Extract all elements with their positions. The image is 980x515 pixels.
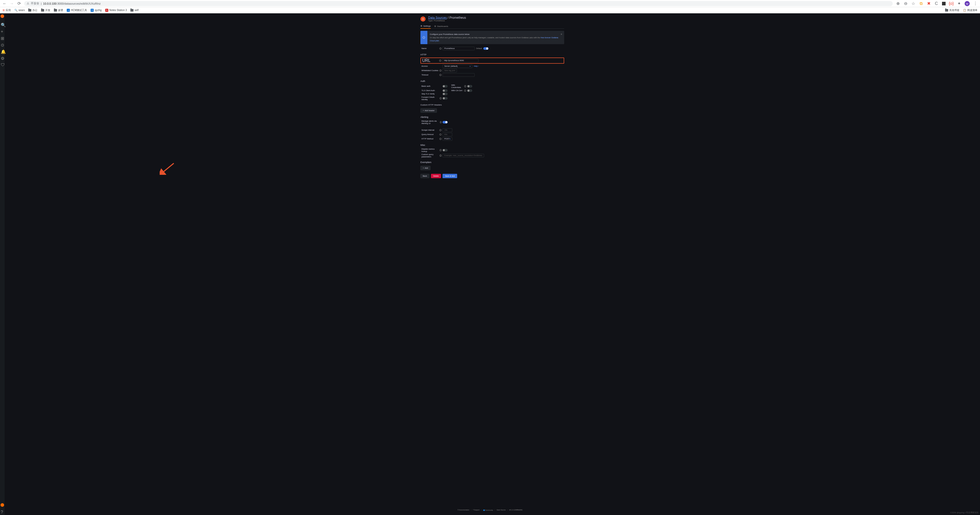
default-label: Default [476, 48, 482, 49]
alerting-icon[interactable]: 🔔 [1, 49, 4, 53]
bookmark-searx[interactable]: 🔍searx [14, 9, 25, 11]
bookmark-pentest[interactable]: 渗透 [54, 8, 63, 12]
plus-icon: + [423, 167, 424, 169]
footer-opensource[interactable]: Open Source [496, 509, 505, 511]
copy-icon[interactable]: ⧉ [919, 2, 923, 6]
back-button[interactable]: Back [420, 174, 430, 178]
manage-alerts-toggle[interactable] [442, 121, 448, 123]
add-exemplar-button[interactable]: +Add [420, 166, 430, 170]
close-icon[interactable]: × [561, 33, 562, 36]
explore-icon[interactable]: ⊙ [1, 43, 4, 46]
forward-oauth-toggle[interactable] [442, 97, 448, 100]
profile-avatar[interactable]: qy [965, 1, 970, 6]
info-icon[interactable]: i [440, 155, 441, 156]
cookies-input[interactable] [442, 69, 457, 72]
name-input[interactable] [442, 47, 475, 50]
ext-icon-3[interactable] [942, 2, 946, 5]
menu-icon[interactable]: ⋮ [973, 2, 977, 6]
ext-icon-4[interactable]: {o} [949, 2, 953, 6]
translate-icon[interactable]: ⊕ [896, 2, 900, 6]
tls-client-label: TLS Client Auth [420, 89, 442, 92]
grafana-logo-icon[interactable] [0, 14, 4, 18]
basic-auth-toggle[interactable] [442, 85, 448, 88]
user-avatar-icon[interactable] [0, 503, 4, 507]
disable-metrics-toggle[interactable] [442, 149, 448, 151]
footer-community[interactable]: 👥 Community [483, 509, 493, 511]
bookmark-qyzhg[interactable]: Gqyzhg [91, 9, 102, 12]
info-icon[interactable]: i [440, 149, 441, 151]
skip-tls-toggle[interactable] [442, 92, 448, 95]
add-header-button[interactable]: +Add header [420, 108, 437, 113]
bookmark-self[interactable]: self [130, 9, 138, 11]
custom-query-label: Custom query parametersi [420, 153, 442, 158]
info-icon[interactable]: i [439, 138, 441, 140]
info-icon[interactable]: i [440, 121, 441, 123]
info-icon[interactable]: i [439, 129, 441, 131]
url-highlight: URLi [420, 57, 564, 64]
ext-icon-2[interactable]: C [934, 2, 939, 6]
url-input[interactable] [442, 59, 479, 62]
info-icon[interactable]: i [464, 89, 466, 92]
bookmark-dev[interactable]: 开发 [41, 8, 50, 12]
reading-list[interactable]: 📋阅读清单 [963, 8, 977, 12]
tab-dashboards[interactable]: ⊞Dashboards [434, 24, 448, 29]
footer-docs[interactable]: ⎘ Documentation [458, 509, 469, 511]
info-icon[interactable]: i [439, 70, 441, 72]
timeout-label: Timeouti [420, 74, 442, 76]
info-icon[interactable]: i [465, 85, 466, 87]
custom-query-input[interactable] [442, 154, 484, 157]
manage-alerts-label: Manage alerts via Alerting UIi [420, 120, 442, 124]
config-icon[interactable]: ⚙ [1, 56, 4, 59]
timeout-input[interactable] [442, 73, 475, 77]
http-method-label: HTTP Methodi [420, 138, 442, 140]
page-subtitle: Type: Prometheus [428, 19, 466, 22]
bookmark-work[interactable]: 办公 [28, 8, 38, 12]
star-icon[interactable]: ☆ [911, 2, 915, 6]
delete-button[interactable]: Delete [431, 174, 441, 178]
info-icon[interactable]: i [439, 59, 441, 62]
server-admin-icon[interactable]: 🛡 [1, 63, 4, 66]
banner-title: Configure your Prometheus data source be… [430, 33, 562, 36]
breadcrumb-parent[interactable]: Data Sources [428, 16, 447, 19]
help-icon[interactable]: ? [1, 510, 4, 513]
address-bar[interactable]: ⚠ 不安全 | 10.0.0.100:3000/datasources/edit… [24, 1, 893, 6]
plus-icon: + [423, 109, 424, 112]
scrape-interval-input[interactable] [442, 128, 452, 132]
save-test-button[interactable]: Save & test [442, 174, 457, 178]
sliders-icon: ⚙ [420, 25, 422, 27]
other-bookmarks[interactable]: 其他书签 [945, 8, 959, 12]
reload-button[interactable]: ⟳ [17, 2, 21, 6]
back-button[interactable]: ← [3, 2, 7, 6]
query-timeout-label: Query timeouti [420, 133, 442, 136]
info-icon[interactable]: i [439, 48, 441, 49]
info-icon[interactable]: i [439, 134, 441, 136]
info-icon[interactable]: i [439, 74, 441, 76]
url-label: URLi [421, 58, 442, 63]
tab-settings[interactable]: ⚙Settings [420, 24, 431, 29]
query-timeout-input[interactable] [442, 133, 452, 136]
footer-support[interactable]: ? Support [473, 509, 479, 511]
search-icon[interactable]: 🔍 [1, 22, 4, 26]
with-creds-toggle[interactable] [467, 85, 472, 88]
help-link[interactable]: Help › [474, 65, 479, 67]
dashboards-icon[interactable]: ⊞ [1, 36, 4, 39]
apps-button[interactable]: ⊞应用 [3, 8, 11, 12]
default-toggle[interactable] [483, 47, 488, 50]
with-ca-toggle[interactable] [467, 89, 472, 92]
forward-oauth-label: Forward OAuth Identityi [420, 96, 442, 100]
bookmark-hcm[interactable]: △HCM测试工具 [67, 8, 87, 12]
extensions-icon[interactable]: ✦ [957, 2, 961, 6]
http-method-select[interactable]: POST▾ [442, 137, 452, 141]
access-select[interactable]: Server (default)▾ [442, 64, 472, 68]
bookmark-notes[interactable]: NNotes Station 3 [105, 9, 127, 12]
disable-metrics-label: Disable metrics lookupi [420, 148, 442, 153]
plus-icon[interactable]: + [1, 29, 4, 32]
tls-client-toggle[interactable] [442, 89, 448, 92]
forward-button[interactable]: → [10, 2, 14, 6]
chevron-down-icon: ▾ [470, 65, 471, 67]
cookies-label: Whitelisted Cookiesi [420, 69, 442, 72]
browser-toolbar: ← → ⟳ ⚠ 不安全 | 10.0.0.100:3000/datasource… [0, 0, 980, 7]
info-icon[interactable]: i [440, 97, 441, 99]
zoom-icon[interactable]: ⊖ [904, 2, 908, 6]
ext-icon-1[interactable]: ✖ [927, 2, 931, 6]
